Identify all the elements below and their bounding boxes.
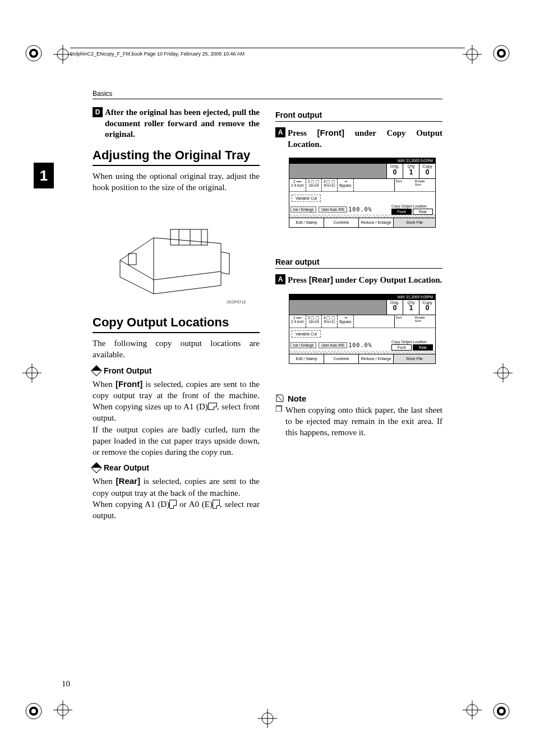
running-head: Basics <box>93 90 442 99</box>
body-text: When using the optional original tray, a… <box>93 170 260 193</box>
screen-timestamp: MAY 21,2005 5:07PM <box>289 158 435 164</box>
runhead-text: DolphinC2_ENcopy_F_FM.book Page 10 Frida… <box>70 51 245 57</box>
svg-rect-33 <box>170 229 207 245</box>
figure-caption: ZEDP071E <box>227 300 246 304</box>
svg-rect-37 <box>128 253 136 265</box>
screen-timestamp: MAY 21,2005 5:05PM <box>289 294 435 300</box>
rear-location-button[interactable]: Rear <box>413 209 433 215</box>
store-file-button[interactable]: Store File <box>394 354 435 363</box>
register-cross-icon <box>494 363 513 382</box>
step-number-a: A <box>275 127 285 137</box>
crop-mark-bl <box>22 700 45 722</box>
page-number: 10 <box>62 679 70 689</box>
store-file-button[interactable]: Store File <box>394 218 435 227</box>
reduce-enlarge-button[interactable]: Reduce / Enlarge <box>359 354 394 363</box>
step-number-a: A <box>275 274 285 284</box>
register-cross-icon <box>53 700 72 720</box>
crop-mark-tl <box>22 42 45 64</box>
heading-label: Front Output <box>104 366 152 375</box>
step-number-4: D <box>93 107 103 117</box>
diamond-bullet-icon <box>91 365 102 376</box>
subhead-front-output: Front output <box>275 110 442 122</box>
svg-point-8 <box>31 709 36 713</box>
svg-point-11 <box>499 709 504 713</box>
section-adjusting-original-tray: Adjusting the Original Tray <box>93 148 260 166</box>
note-text: When copying onto thick paper, the last … <box>285 404 442 439</box>
variable-cut-button[interactable]: Variable Cut <box>292 195 321 202</box>
note-icon <box>275 394 284 403</box>
reduce-enlarge-button[interactable]: Reduce / Enlarge <box>359 218 394 227</box>
register-cross-icon <box>22 363 41 382</box>
diamond-bullet-icon <box>91 462 102 473</box>
crop-mark-tr <box>490 42 513 64</box>
step-text: After the original has been ejected, pul… <box>105 107 260 140</box>
heading-label: Rear Output <box>104 463 149 472</box>
crop-mark-br <box>490 700 513 722</box>
chapter-tab: 1 <box>34 163 54 188</box>
edit-stamp-button[interactable]: Edit / Stamp <box>289 354 324 363</box>
landscape-icon <box>208 403 217 410</box>
screen-front-output: MAY 21,2005 5:07PM Orig.0 Q'ty1 Copy0 2 … <box>275 158 442 247</box>
register-cross-icon <box>53 45 72 64</box>
front-output-body: When [Front] is selected, copies are sen… <box>93 379 260 458</box>
note-heading: Note <box>275 394 442 403</box>
section-copy-output-locations: Copy Output Locations <box>93 315 260 333</box>
combine-button[interactable]: Combine <box>324 218 359 227</box>
front-output-heading: Front Output <box>93 366 260 375</box>
note-bullet-icon: ❒ <box>275 404 282 439</box>
screen-rear-output: MAY 21,2005 5:05PM Orig.0 Q'ty1 Copy0 2 … <box>275 294 442 384</box>
figure-original-tray: ZEDP071E <box>93 199 260 305</box>
portrait-icon <box>169 500 177 509</box>
print-frame: DolphinC2_ENcopy_F_FM.book Page 10 Frida… <box>70 48 465 59</box>
rear-location-button[interactable]: Rear <box>413 344 433 351</box>
rear-output-body: When [Rear] is selected, copies are sent… <box>93 476 260 521</box>
right-column: Front output A Press [Front] under Copy … <box>275 107 442 527</box>
variable-cut-button[interactable]: Variable Cut <box>292 330 321 338</box>
svg-point-5 <box>499 51 504 56</box>
edit-stamp-button[interactable]: Edit / Stamp <box>289 218 324 227</box>
step-text: Press [Front] under Copy Output Location… <box>288 127 442 150</box>
front-location-button[interactable]: Front <box>391 344 412 351</box>
subhead-rear-output: Rear output <box>275 257 442 269</box>
body-text: The following copy output locations are … <box>93 338 260 361</box>
note-item: ❒ When copying onto thick paper, the las… <box>275 404 442 439</box>
combine-button[interactable]: Combine <box>324 354 359 363</box>
register-cross-icon <box>258 709 277 728</box>
svg-point-2 <box>31 51 36 56</box>
left-column: D After the original has been ejected, p… <box>93 107 260 527</box>
note-label: Note <box>288 394 306 403</box>
portrait-icon <box>213 500 220 509</box>
register-cross-icon <box>463 45 482 64</box>
register-cross-icon <box>463 700 482 720</box>
step-text: Press [Rear] under Copy Output Location. <box>288 274 442 286</box>
rear-output-heading: Rear Output <box>93 463 260 472</box>
front-location-button[interactable]: Front <box>391 209 412 215</box>
page-content: Basics 1 D After the original has been e… <box>93 90 442 689</box>
